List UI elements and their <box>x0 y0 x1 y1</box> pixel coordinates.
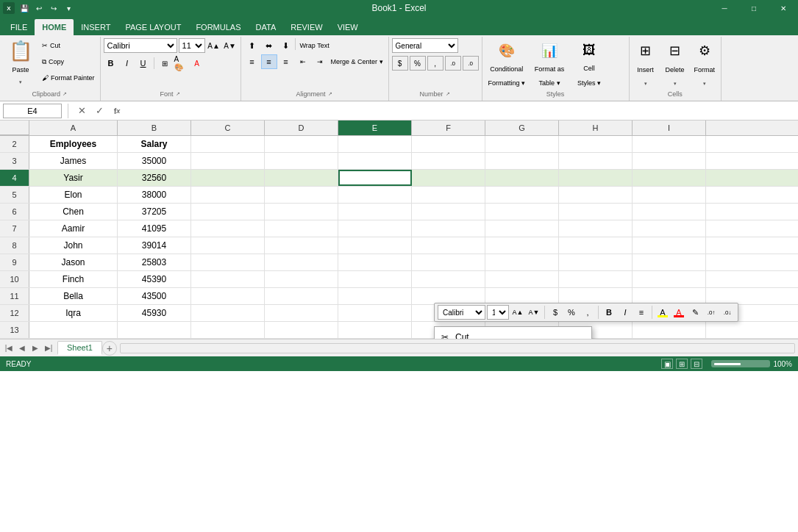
cell-c4[interactable] <box>191 170 265 186</box>
cell-f7[interactable] <box>412 220 485 237</box>
add-sheet-button[interactable]: + <box>102 341 117 356</box>
mini-decrease-decimal-button[interactable]: .0↓ <box>720 305 735 320</box>
cell-b5[interactable]: 38000 <box>118 187 191 203</box>
cell-e6[interactable] <box>338 204 412 220</box>
cell-i9[interactable] <box>633 254 706 270</box>
mini-italic-button[interactable]: I <box>618 305 633 320</box>
cell-e3[interactable] <box>338 153 412 169</box>
cell-d12[interactable] <box>265 305 338 321</box>
cell-d3[interactable] <box>265 153 338 169</box>
cell-i5[interactable] <box>633 187 706 203</box>
insert-function-button[interactable]: fx <box>110 104 124 118</box>
delete-cells-button[interactable]: ⊟ Delete ▾ <box>662 40 688 88</box>
cell-a5[interactable]: Elon <box>29 187 118 203</box>
mini-fill-color-button[interactable]: A <box>655 305 670 320</box>
copy-button[interactable]: ⧉ Copy <box>40 54 97 69</box>
cell-e13[interactable] <box>338 322 412 338</box>
cell-b11[interactable]: 43500 <box>118 288 191 304</box>
col-header-e[interactable]: E <box>338 121 412 135</box>
row-header-10[interactable]: 10 <box>0 271 29 287</box>
tab-data[interactable]: DATA <box>249 19 284 35</box>
mini-size-select[interactable]: 11 <box>487 305 509 320</box>
percent-button[interactable]: % <box>410 56 426 71</box>
cell-h10[interactable] <box>559 271 633 287</box>
cell-c2[interactable] <box>191 136 265 152</box>
cell-i4[interactable] <box>633 170 706 186</box>
cell-b4[interactable]: 32560 <box>118 170 191 186</box>
cell-h11[interactable] <box>559 288 633 304</box>
cell-c11[interactable] <box>191 288 265 304</box>
bold-button[interactable]: B <box>104 56 118 71</box>
align-left-button[interactable]: ≡ <box>244 54 260 69</box>
format-painter-button[interactable]: 🖌 Format Painter <box>40 71 97 85</box>
mini-dollar-button[interactable]: $ <box>548 305 563 320</box>
cell-b7[interactable]: 41095 <box>118 220 191 237</box>
font-launcher[interactable]: ↗ <box>175 91 181 97</box>
row-header-5[interactable]: 5 <box>0 187 29 203</box>
clipboard-launcher[interactable]: ↗ <box>62 91 68 97</box>
cell-c6[interactable] <box>191 204 265 220</box>
row-header-12[interactable]: 12 <box>0 305 29 321</box>
close-button[interactable]: ✕ <box>769 0 798 16</box>
cell-i11[interactable] <box>633 288 706 304</box>
align-middle-button[interactable]: ⬌ <box>261 38 277 53</box>
formula-input[interactable] <box>127 104 798 118</box>
cell-g3[interactable] <box>485 153 559 169</box>
cell-h8[interactable] <box>559 237 633 254</box>
format-as-table-button[interactable]: 📊 Format as Table ▾ <box>531 40 568 88</box>
row-header-13[interactable]: 13 <box>0 322 29 338</box>
page-break-view-button[interactable]: ⊟ <box>691 359 702 369</box>
cell-a11[interactable]: Bella <box>29 288 118 304</box>
minimize-button[interactable]: ─ <box>710 0 739 16</box>
cell-g8[interactable] <box>485 237 559 254</box>
normal-view-button[interactable]: ▣ <box>661 359 673 369</box>
cell-f4[interactable] <box>412 170 485 186</box>
mini-increase-decimal-button[interactable]: .0↑ <box>704 305 719 320</box>
cell-e8[interactable] <box>338 237 412 254</box>
cell-c12[interactable] <box>191 305 265 321</box>
cell-h7[interactable] <box>559 220 633 237</box>
cell-a13[interactable] <box>29 322 118 338</box>
italic-button[interactable]: I <box>120 56 135 71</box>
row-header-4[interactable]: 4 <box>0 170 29 186</box>
col-header-d[interactable]: D <box>265 121 338 135</box>
align-bottom-button[interactable]: ⬇ <box>278 38 294 53</box>
cell-i13[interactable] <box>633 322 706 338</box>
cell-h5[interactable] <box>559 187 633 203</box>
cell-d10[interactable] <box>265 271 338 287</box>
cell-b8[interactable]: 39014 <box>118 237 191 254</box>
cell-b2[interactable]: Salary <box>118 136 191 152</box>
paste-button[interactable]: 📋 Paste ▾ <box>3 38 38 87</box>
page-layout-view-button[interactable]: ⊞ <box>676 359 688 369</box>
cell-a10[interactable]: Finch <box>29 271 118 287</box>
cell-h6[interactable] <box>559 204 633 220</box>
fill-color-button[interactable]: A🎨 <box>174 56 188 71</box>
cell-i10[interactable] <box>633 271 706 287</box>
undo-button[interactable]: ↩ <box>32 1 46 15</box>
redo-button[interactable]: ↪ <box>47 1 60 15</box>
sheet-nav-first[interactable]: |◀ <box>3 342 15 354</box>
cell-i3[interactable] <box>633 153 706 169</box>
row-header-3[interactable]: 3 <box>0 153 29 169</box>
font-family-select[interactable]: Calibri <box>104 38 177 53</box>
cell-h2[interactable] <box>559 136 633 152</box>
cell-b12[interactable]: 45930 <box>118 305 191 321</box>
align-center-button[interactable]: ≡ <box>261 54 277 69</box>
cell-f10[interactable] <box>412 271 485 287</box>
sheet-nav-next[interactable]: ▶ <box>29 342 41 354</box>
cell-a8[interactable]: John <box>29 237 118 254</box>
cell-i8[interactable] <box>633 237 706 254</box>
mini-bold-button[interactable]: B <box>602 305 616 320</box>
row-header-6[interactable]: 6 <box>0 204 29 220</box>
cell-b13[interactable] <box>118 322 191 338</box>
sheet-nav-prev[interactable]: ◀ <box>16 342 28 354</box>
number-format-select[interactable]: General <box>392 38 458 53</box>
conditional-formatting-button[interactable]: 🎨 Conditional Formatting ▾ <box>485 40 529 88</box>
cell-e4[interactable] <box>338 170 412 186</box>
increase-decimal-button[interactable]: .0 <box>445 56 461 71</box>
cell-c5[interactable] <box>191 187 265 203</box>
increase-indent-button[interactable]: ⇥ <box>312 54 328 69</box>
cell-f5[interactable] <box>412 187 485 203</box>
align-top-button[interactable]: ⬆ <box>244 38 260 53</box>
col-header-c[interactable]: C <box>191 121 265 135</box>
